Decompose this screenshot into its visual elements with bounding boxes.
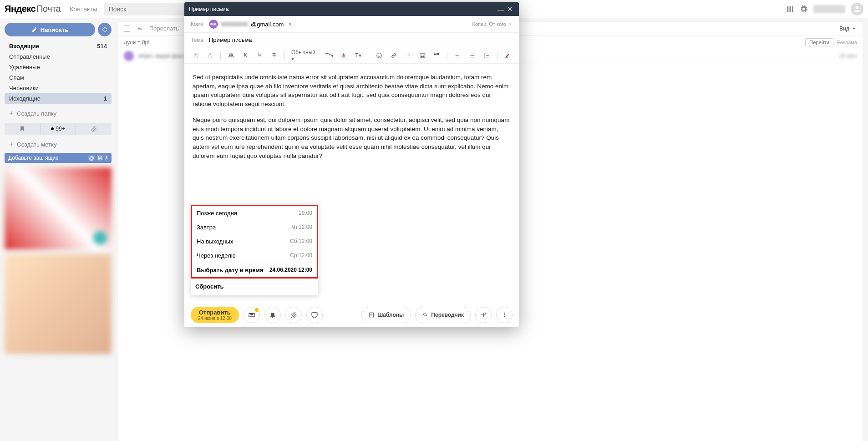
svg-rect-22 (505, 57, 508, 58)
message-date: 24 июн (839, 53, 857, 59)
create-folder-label: Создать папку (17, 110, 56, 117)
schedule-label: Позже сегодня (197, 210, 237, 217)
strike-icon[interactable]: Т (268, 50, 280, 61)
send-sublabel: 24 июня в 12:00 (198, 316, 232, 321)
schedule-option-weekend[interactable]: На выходныхСб,12:00 (192, 234, 317, 248)
folder-label: Удалённые (9, 64, 40, 71)
svg-point-7 (380, 55, 381, 55)
folder-count: 514 (97, 43, 107, 50)
schedule-time: Сб,12:00 (290, 238, 312, 245)
svg-rect-13 (472, 55, 475, 56)
redo-icon[interactable] (204, 50, 216, 61)
account-name-blur (813, 5, 845, 13)
style-select[interactable]: Обычный ▾ (289, 49, 321, 62)
recipient-chip[interactable]: MA @gmail.com × (209, 20, 292, 29)
subject-label: Тема (191, 37, 209, 43)
schedule-pick-datetime[interactable]: Выбрать дату и время24.06.2020 12:00 (192, 263, 317, 277)
font-size-icon[interactable]: TT▾ (324, 50, 335, 61)
svg-point-14 (470, 56, 471, 57)
send-button[interactable]: Отправить 24 июня в 12:00 (191, 307, 239, 323)
message-avatar (124, 51, 134, 61)
cc-toggle[interactable]: Копии, От кого (472, 21, 513, 27)
settings-icon[interactable] (800, 5, 808, 13)
label-button[interactable] (306, 307, 323, 323)
svg-rect-19 (486, 55, 489, 56)
forward-label[interactable]: Переслать (149, 25, 179, 32)
sidebar-ads (5, 167, 112, 354)
compose-button[interactable]: Написать (5, 23, 95, 36)
schedule-label: Через неделю (197, 252, 235, 259)
select-all-checkbox[interactable] (124, 25, 130, 32)
apps-icon[interactable] (786, 5, 794, 13)
folder-spam[interactable]: Спам (5, 72, 112, 83)
attach-button[interactable] (285, 307, 302, 323)
schedule-option-later-today[interactable]: Позже сегодня19:00 (192, 206, 317, 220)
bold-icon[interactable]: Ж (225, 50, 237, 61)
svg-point-12 (470, 55, 471, 56)
schedule-label: Выбрать дату и время (197, 267, 263, 274)
folder-label: Спам (9, 74, 24, 81)
schedule-button[interactable] (244, 307, 260, 323)
promo-go-button[interactable]: Перейти (805, 38, 833, 46)
schedule-label: На выходных (197, 238, 233, 245)
body-paragraph: Neque porro quisquam est, qui dolorem ip… (193, 116, 511, 160)
schedule-option-tomorrow[interactable]: ЗавтраЧт,12:00 (192, 220, 317, 234)
plus-icon: + (9, 140, 13, 148)
translator-button[interactable]: Переводчик (415, 307, 471, 323)
more-button[interactable] (496, 307, 513, 323)
underline-icon[interactable]: Ч (254, 50, 266, 61)
svg-rect-1 (790, 6, 791, 12)
folder-sent[interactable]: Отправленные (5, 51, 112, 62)
font-color-icon[interactable] (338, 50, 350, 61)
undo-icon[interactable] (190, 50, 202, 61)
reminder-button[interactable] (264, 307, 281, 323)
compose-modal: Пример письма — ✕ Кому MA @gmail.com × К… (184, 2, 519, 327)
svg-rect-17 (486, 53, 489, 54)
ul-icon[interactable] (467, 50, 478, 61)
templates-button[interactable]: Шаблоны (361, 307, 411, 323)
templates-label: Шаблоны (377, 312, 404, 318)
quote-icon[interactable]: ❝❞ (431, 50, 443, 61)
view-toggle[interactable]: Вид (839, 25, 857, 32)
svg-text:3: 3 (484, 56, 485, 58)
schedule-option-next-week[interactable]: Через неделюСр,12:00 (192, 248, 317, 263)
create-folder-button[interactable]: +Создать папку (5, 107, 112, 119)
link-icon[interactable] (388, 50, 400, 61)
schedule-reset[interactable]: Сбросить (191, 279, 318, 295)
folder-inbox[interactable]: Входящие514 (5, 41, 112, 51)
schedule-badge (255, 308, 259, 312)
align-icon[interactable] (452, 50, 464, 61)
remove-recipient-icon[interactable]: × (288, 20, 292, 28)
schedule-time: 24.06.2020 12:00 (269, 267, 312, 274)
folder-outgoing[interactable]: Исходящие1 (5, 93, 112, 104)
editor-body[interactable]: Sed ut perspiciatis unde omnis iste natu… (184, 64, 519, 200)
svg-point-10 (470, 53, 471, 54)
add-tool-button[interactable] (475, 307, 492, 323)
subject-value[interactable]: Пример письма (209, 36, 252, 43)
attach-filter[interactable] (76, 123, 112, 135)
unread-filter[interactable]: 99+ (40, 123, 76, 135)
contacts-link[interactable]: Контакты (70, 5, 97, 13)
ol-icon[interactable]: 123 (481, 50, 492, 61)
folder-trash[interactable]: Удалённые (5, 62, 112, 72)
bg-color-icon[interactable]: T▾ (352, 50, 364, 61)
folder-label: Отправленные (9, 53, 50, 60)
add-mailbox-button[interactable]: Добавьте ваш ящик @M/ (5, 153, 112, 163)
create-label-button[interactable]: +Создать метку (5, 138, 112, 150)
unlink-icon[interactable] (402, 50, 414, 61)
flag-filter[interactable] (5, 123, 40, 135)
emoji-icon[interactable] (374, 50, 386, 61)
image-icon[interactable] (416, 50, 428, 61)
folder-drafts[interactable]: Черновики (5, 83, 112, 93)
close-icon[interactable]: ✕ (505, 5, 514, 14)
view-label: Вид (839, 25, 849, 32)
svg-rect-21 (486, 56, 489, 57)
refresh-button[interactable] (98, 23, 112, 36)
minimize-icon[interactable]: — (496, 5, 505, 14)
italic-icon[interactable]: К (239, 50, 251, 61)
send-label: Отправить (198, 309, 232, 316)
svg-point-9 (421, 54, 422, 55)
account-avatar[interactable] (851, 3, 863, 15)
logo[interactable]: Яндекс Почта (5, 4, 61, 14)
clear-format-icon[interactable] (502, 50, 514, 61)
